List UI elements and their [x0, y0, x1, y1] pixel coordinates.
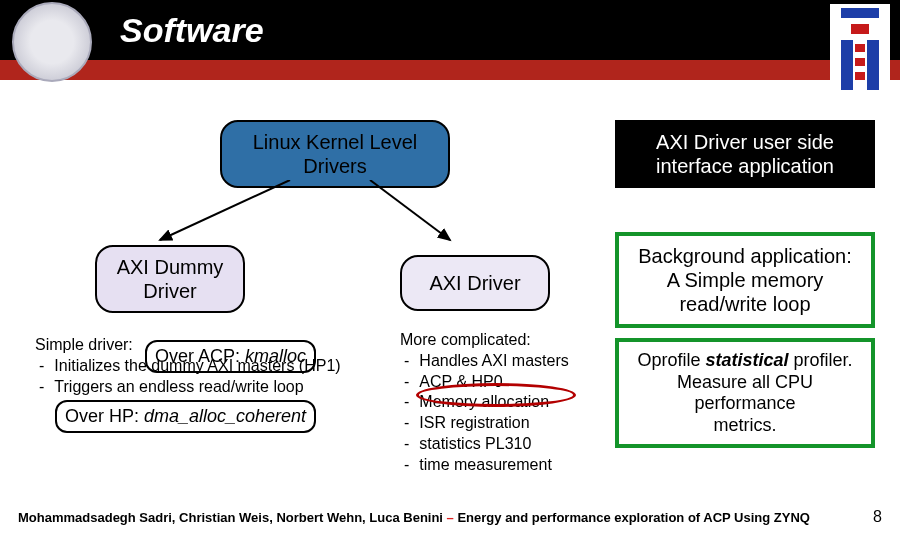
- footer-topic: Energy and performance exploration of AC…: [457, 510, 810, 525]
- page-number: 8: [873, 508, 882, 526]
- svg-rect-1: [851, 24, 869, 34]
- node-axi-driver: AXI Driver: [400, 255, 550, 311]
- node-oprofile-label: Oprofile statistical profiler.Measure al…: [637, 350, 852, 435]
- title-bar: Software: [0, 0, 900, 60]
- list-item: Handles AXI masters: [400, 351, 620, 372]
- list-item: Triggers an endless read/write loop: [35, 377, 395, 398]
- slide-title: Software: [120, 11, 264, 50]
- footer-dash: –: [443, 510, 457, 525]
- svg-rect-4: [855, 44, 865, 52]
- connectors: [120, 180, 480, 250]
- svg-rect-5: [855, 58, 865, 66]
- svg-rect-6: [855, 72, 865, 80]
- overlay-acp: Over ACP: kmalloc: [145, 340, 316, 373]
- title-accent-bar: [0, 60, 900, 80]
- node-background-app: Background application: A Simple memory …: [615, 232, 875, 328]
- node-axi-dummy-driver: AXI Dummy Driver: [95, 245, 245, 313]
- overlay-hp: Over HP: dma_alloc_coherent: [55, 400, 316, 433]
- node-oprofile: Oprofile statistical profiler.Measure al…: [615, 338, 875, 448]
- svg-rect-3: [867, 40, 879, 90]
- institute-logo-icon: [830, 4, 890, 94]
- list-item: statistics PL310: [400, 434, 620, 455]
- overlay-acp-label: Over ACP: kmalloc: [155, 346, 306, 366]
- highlight-oval-memory: [416, 383, 576, 407]
- footer-authors: Mohammadsadegh Sadri, Christian Weis, No…: [18, 510, 443, 525]
- node-background-app-label: Background application: A Simple memory …: [638, 245, 851, 315]
- list-item: ISR registration: [400, 413, 620, 434]
- node-kernel-drivers-label: Linux Kernel Level Drivers: [253, 131, 418, 177]
- more-complicated-head: More complicated:: [400, 330, 620, 351]
- node-user-app: AXI Driver user side interface applicati…: [615, 120, 875, 188]
- svg-rect-2: [841, 40, 853, 90]
- svg-rect-0: [841, 8, 879, 18]
- svg-line-8: [370, 180, 450, 240]
- footer: Mohammadsadegh Sadri, Christian Weis, No…: [0, 508, 900, 526]
- list-item: time measurement: [400, 455, 620, 476]
- svg-line-7: [160, 180, 290, 240]
- footer-text: Mohammadsadegh Sadri, Christian Weis, No…: [18, 510, 810, 525]
- overlay-hp-label: Over HP: dma_alloc_coherent: [65, 406, 306, 426]
- node-kernel-drivers: Linux Kernel Level Drivers: [220, 120, 450, 188]
- university-seal-icon: [12, 2, 92, 82]
- node-user-app-label: AXI Driver user side interface applicati…: [656, 131, 834, 177]
- node-axi-dummy-driver-label: AXI Dummy Driver: [117, 256, 224, 302]
- node-axi-driver-label: AXI Driver: [429, 272, 520, 294]
